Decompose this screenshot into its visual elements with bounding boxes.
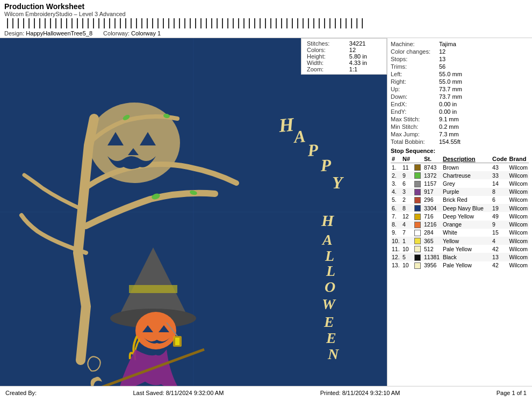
row-n: 4 (401, 221, 413, 229)
embroidery-design: H A P P Y H A L L O W E E N (0, 38, 387, 386)
row-num: 10. (391, 237, 401, 245)
row-swatch (413, 261, 423, 269)
row-st: 365 (423, 237, 442, 245)
row-swatch (413, 163, 423, 172)
row-brand: Wilcom (508, 237, 529, 245)
row-brand: Wilcom (508, 163, 529, 172)
max-stitch-row: Max Stitch: 9.1 mm (391, 115, 529, 123)
svg-text:W: W (322, 296, 336, 312)
row-st: 11381 (423, 253, 442, 261)
row-brand: Wilcom (508, 229, 529, 237)
row-num: 5. (391, 196, 401, 204)
left-row: Left: 55.0 mm (391, 70, 529, 78)
row-brand: Wilcom (508, 245, 529, 253)
width-label: Width: (306, 60, 348, 66)
row-num: 11. (391, 245, 401, 253)
row-swatch (413, 204, 423, 212)
total-bobbin-row: Total Bobbin: 154.55ft (391, 138, 529, 145)
row-desc: Deep Yellow (442, 212, 491, 220)
printed: Printed: 8/11/2024 9:32:10 AM (320, 390, 400, 396)
row-desc: Brick Red (442, 196, 491, 204)
table-row: 6. 8 3304 Deep Navy Blue 19 Wilcom (391, 204, 529, 212)
zoom-value: 1:1 (348, 66, 382, 72)
col-header-swatch (413, 155, 423, 163)
row-num: 13. (391, 261, 401, 269)
row-desc: White (442, 229, 491, 237)
row-st: 1157 (423, 179, 442, 187)
table-row: 3. 6 1157 Grey 14 Wilcom (391, 179, 529, 187)
row-n: 7 (401, 229, 413, 237)
row-n: 3 (401, 188, 413, 196)
table-row: 8. 4 1216 Orange 9 Wilcom (391, 221, 529, 229)
row-swatch (413, 188, 423, 196)
table-row: 9. 7 284 White 15 Wilcom (391, 229, 529, 237)
color-swatch-8 (414, 230, 421, 236)
row-desc: Deep Navy Blue (442, 204, 491, 212)
max-jump-row: Max Jump: 7.3 mm (391, 130, 529, 138)
row-num: 2. (391, 171, 401, 179)
color-swatch-7 (414, 222, 421, 228)
svg-rect-34 (175, 338, 179, 345)
row-code: 33 (491, 171, 508, 179)
row-swatch (413, 245, 423, 253)
up-row: Up: 73.7 mm (391, 85, 529, 93)
row-code: 15 (491, 229, 508, 237)
row-st: 512 (423, 245, 442, 253)
footer: Created By: Last Saved: 8/11/2024 9:32:0… (0, 386, 532, 399)
row-swatch (413, 253, 423, 261)
row-n: 10 (401, 245, 413, 253)
svg-rect-27 (129, 285, 177, 293)
row-st: 284 (423, 229, 442, 237)
color-swatch-12 (414, 262, 421, 269)
design-label: Design: HappyHalloweenTree5_8 (4, 30, 92, 36)
last-saved: Last Saved: 8/11/2024 9:32:00 AM (133, 390, 224, 396)
min-stitch-row: Min Stitch: 0.2 mm (391, 123, 529, 130)
zoom-label: Zoom: (306, 66, 348, 72)
svg-text:E: E (323, 313, 334, 330)
svg-text:H: H (321, 211, 335, 229)
row-n: 2 (401, 196, 413, 204)
row-brand: Wilcom (508, 188, 529, 196)
stop-sequence-title: Stop Sequence: (391, 148, 529, 154)
svg-text:P: P (320, 155, 332, 175)
stop-sequence-table: # N# St. Description Code Brand 1. 11 87… (391, 155, 529, 269)
table-row: 1. 11 8743 Brown 43 Wilcom (391, 163, 529, 172)
row-desc: Pale Yellow (442, 261, 491, 269)
color-swatch-3 (414, 189, 421, 195)
colorway-label: Colorway: Colorway 1 (103, 30, 161, 36)
svg-text:A: A (292, 126, 306, 147)
row-num: 8. (391, 221, 401, 229)
col-header-code: Code (491, 155, 508, 163)
row-swatch (413, 196, 423, 204)
color-changes-row: Color changes: 12 (391, 48, 529, 55)
colors-value: 12 (348, 47, 382, 53)
height-value: 5.80 in (348, 53, 382, 60)
row-brand: Wilcom (508, 196, 529, 204)
row-code: 6 (491, 196, 508, 204)
row-num: 3. (391, 179, 401, 187)
row-num: 1. (391, 163, 401, 172)
endx-row: EndX: 0.00 in (391, 100, 529, 108)
row-code: 42 (491, 245, 508, 253)
table-row: 11. 10 512 Pale Yellow 42 Wilcom (391, 245, 529, 253)
color-swatch-9 (414, 238, 421, 244)
col-header-st: St. (423, 155, 442, 163)
table-row: 7. 12 716 Deep Yellow 49 Wilcom (391, 212, 529, 220)
down-row: Down: 73.7 mm (391, 93, 529, 100)
svg-text:H: H (277, 114, 295, 136)
row-n: 11 (401, 163, 413, 172)
row-swatch (413, 171, 423, 179)
col-header-num: # (391, 155, 401, 163)
row-code: 42 (491, 261, 508, 269)
row-brand: Wilcom (508, 261, 529, 269)
row-desc: Black (442, 253, 491, 261)
color-swatch-1 (414, 172, 421, 179)
row-num: 9. (391, 229, 401, 237)
app-subtitle: Wilcom EmbroideryStudio – Level 3 Advanc… (4, 11, 528, 17)
row-brand: Wilcom (508, 212, 529, 220)
row-code: 19 (491, 204, 508, 212)
row-st: 3956 (423, 261, 442, 269)
stitches-label: Stitches: (306, 40, 348, 47)
row-swatch (413, 221, 423, 229)
row-brand: Wilcom (508, 221, 529, 229)
